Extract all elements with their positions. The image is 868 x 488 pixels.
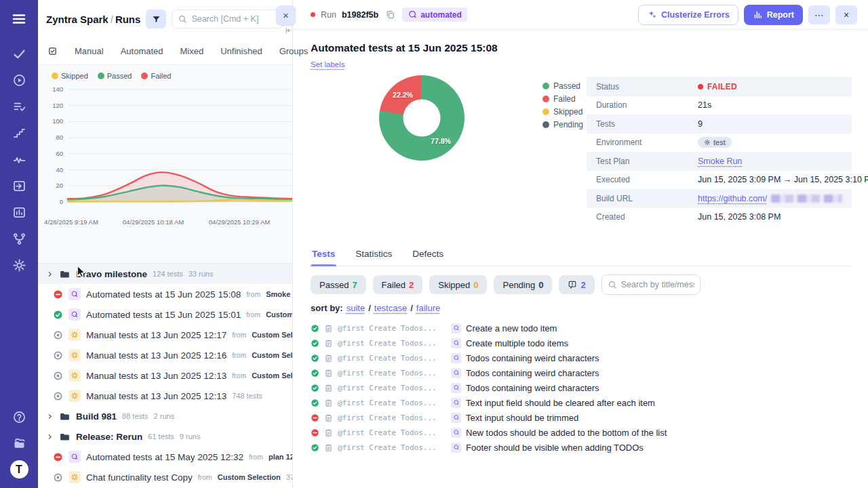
branch-icon xyxy=(12,232,26,246)
close-run-button[interactable]: × xyxy=(835,5,857,24)
sidebar-activity-button[interactable] xyxy=(5,148,33,171)
chip-comments[interactable]: 2 xyxy=(559,275,594,294)
tab-defects[interactable]: Defects xyxy=(411,245,445,266)
test-row[interactable]: @first Create Todos... Todos containing … xyxy=(311,365,852,380)
sidebar-gear-button[interactable] xyxy=(5,253,33,277)
svg-text:100: 100 xyxy=(52,117,63,125)
test-row[interactable]: @first Create Todos... Todos containing … xyxy=(311,350,852,365)
tab-automated[interactable]: Automated xyxy=(121,46,163,56)
test-row[interactable]: @first Create Todos... Todos containing … xyxy=(311,380,852,395)
clusterize-errors-button[interactable]: Clusterize Errors xyxy=(638,5,738,25)
sort-link-failure[interactable]: failure xyxy=(416,303,440,313)
run-kind-manual-icon xyxy=(68,329,81,341)
clipboard-icon xyxy=(324,443,333,452)
select-runs-icon[interactable] xyxy=(47,46,58,56)
gear-icon xyxy=(704,139,711,146)
run-row[interactable]: Manual tests at 13 Jun 2025 12:16 fromCu… xyxy=(38,345,292,365)
sidebar-bar-chart-button[interactable] xyxy=(5,201,33,224)
sort-link-testcase[interactable]: testcase xyxy=(374,303,407,313)
folder-row[interactable]: Bravo milestone 124 tests 33 runs xyxy=(38,264,292,284)
folder-name: Build 981 xyxy=(76,411,117,422)
chip-pending[interactable]: Pending 0 xyxy=(494,275,552,294)
clipboard-icon xyxy=(324,324,333,333)
tab-tests[interactable]: Tests xyxy=(311,245,336,266)
run-kind-automated-icon xyxy=(68,288,81,300)
sidebar-import-button[interactable] xyxy=(5,174,33,197)
tab-statistics[interactable]: Statistics xyxy=(354,245,393,266)
detail-tabs: TestsStatisticsDefects xyxy=(311,245,852,266)
runs-search-input[interactable] xyxy=(191,14,278,24)
run-row[interactable]: Automated tests at 15 Jun 2025 15:01 fro… xyxy=(38,304,292,325)
sidebar-check-button[interactable] xyxy=(5,42,33,65)
detail-value: 9 xyxy=(698,119,703,129)
detail-row: Executed Jun 15, 2025 3:09 PM → Jun 15, … xyxy=(587,171,852,190)
sidebar-list-check-button[interactable] xyxy=(5,95,33,118)
test-row[interactable]: @first Create Todos... Text input should… xyxy=(311,410,852,425)
set-labels-link[interactable]: Set labels xyxy=(311,60,345,68)
chevron-right-icon[interactable] xyxy=(46,413,54,420)
chip-label: Passed xyxy=(319,280,349,290)
test-status-passed-icon xyxy=(311,369,319,378)
folder-row[interactable]: Release: Rerun 61 tests 9 runs xyxy=(38,426,292,447)
sidebar-play-circle-button[interactable] xyxy=(5,68,33,92)
test-plan-link[interactable]: Smoke Run xyxy=(698,157,742,166)
chip-failed[interactable]: Failed 2 xyxy=(373,275,423,294)
tab-groups[interactable]: Groups xyxy=(279,46,309,56)
build-url-link[interactable]: https://github.com/ xyxy=(698,194,767,203)
test-row[interactable]: @first Create Todos... Text input field … xyxy=(311,395,852,410)
chip-skipped[interactable]: Skipped 0 xyxy=(429,275,487,294)
tab-manual[interactable]: Manual xyxy=(75,46,104,56)
copy-run-id-button[interactable] xyxy=(384,8,397,21)
automated-icon xyxy=(453,399,460,406)
run-row[interactable]: Manual tests at 13 Jun 2025 12:17 fromCu… xyxy=(38,325,292,345)
test-row[interactable]: @first Create Todos... Create a new todo… xyxy=(311,321,852,336)
test-status-failed-icon xyxy=(311,428,319,437)
detail-label: Executed xyxy=(596,175,698,184)
sidebar-branch-button[interactable] xyxy=(5,227,33,250)
runs-search[interactable] xyxy=(172,9,284,28)
clipboard-icon xyxy=(324,354,333,363)
run-row[interactable]: Automated tests at 15 Jun 2025 15:08 fro… xyxy=(38,284,292,304)
from-plan-name: Custom Selection xyxy=(252,371,292,380)
tests-search[interactable] xyxy=(601,274,701,295)
clipboard-icon xyxy=(324,443,333,452)
panel-collapse-icon[interactable] xyxy=(284,26,292,35)
clipboard-icon xyxy=(324,399,333,407)
chip-passed[interactable]: Passed 7 xyxy=(311,275,366,294)
more-button[interactable]: ⋯ xyxy=(808,5,830,24)
chevron-right-icon[interactable] xyxy=(46,433,54,441)
sidebar-menu-button[interactable] xyxy=(5,7,33,30)
app-logo[interactable]: T xyxy=(10,460,28,479)
test-row[interactable]: @first Create Todos... Create multiple t… xyxy=(311,336,852,350)
detail-value: Jun 15, 2025 3:08 PM xyxy=(698,212,781,222)
sort-link-suite[interactable]: suite xyxy=(347,303,365,313)
sidebar-nav: T xyxy=(0,0,38,488)
tab-mixed[interactable]: Mixed xyxy=(180,46,204,56)
chevron-right-icon[interactable] xyxy=(46,270,54,278)
sidebar-help-button[interactable] xyxy=(5,405,33,428)
run-row[interactable]: Automated tests at 15 May 2025 12:32 fro… xyxy=(38,447,292,467)
sidebar-projects-button[interactable] xyxy=(5,432,33,455)
automated-badge[interactable]: automated xyxy=(402,7,467,22)
from-plan-name: Custom Selection xyxy=(266,310,292,319)
sort-separator: / xyxy=(410,303,413,313)
test-row[interactable]: @first Create Todos... Footer should be … xyxy=(311,440,852,455)
panel-close-button[interactable]: × xyxy=(276,5,296,25)
test-title: Create a new todo item xyxy=(466,323,557,333)
run-row[interactable]: Manual tests at 13 Jun 2025 12:13 748 te… xyxy=(38,386,292,406)
folder-row[interactable]: Build 981 88 tests 2 runs xyxy=(38,406,292,426)
filter-button[interactable] xyxy=(146,9,166,28)
run-label: Run xyxy=(321,10,336,20)
sidebar-steps-button[interactable] xyxy=(5,121,33,144)
run-row[interactable]: Chat functinality test Copy fromCustom S… xyxy=(38,467,292,487)
run-id: b1982f5b xyxy=(342,10,378,20)
tab-unfinished[interactable]: Unfinished xyxy=(220,46,262,56)
test-row[interactable]: @first Create Todos... New todos should … xyxy=(311,425,852,440)
runs-trend-section: SkippedPassedFailed 020406080100120140 4… xyxy=(38,65,292,264)
detail-value: Jun 15, 2025 3:09 PM → Jun 15, 2025 3:10… xyxy=(698,175,868,184)
run-row-title: Automated tests at 15 Jun 2025 15:01 xyxy=(86,310,241,320)
test-status-passed-icon xyxy=(311,339,319,348)
run-row[interactable]: Manual tests at 13 Jun 2025 12:13 fromCu… xyxy=(38,365,292,386)
tests-search-input[interactable] xyxy=(621,280,694,289)
report-button[interactable]: Report xyxy=(744,5,803,25)
